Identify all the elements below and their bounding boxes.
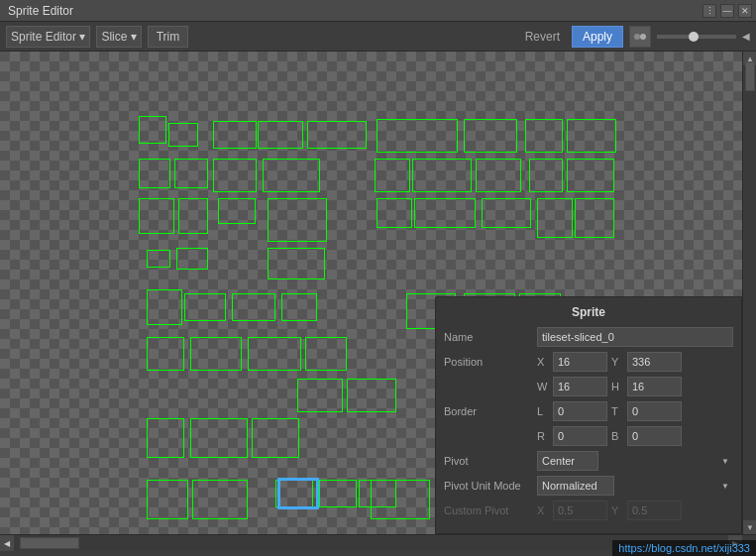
pivot-unit-mode-row: Pivot Unit Mode Normalized Pixels — [444, 476, 733, 496]
sprite-box — [476, 159, 521, 192]
sprite-box — [174, 159, 208, 188]
pivot-unit-mode-select[interactable]: Normalized Pixels — [537, 476, 614, 496]
sprite-box — [178, 198, 208, 234]
size-row: W H — [444, 377, 733, 396]
name-input[interactable] — [537, 327, 733, 347]
sprite-box — [464, 119, 517, 153]
t-label: T — [611, 405, 625, 417]
sprite-box — [377, 198, 412, 228]
zoom-slider[interactable] — [657, 35, 736, 39]
pivot-unit-mode-select-wrapper: Normalized Pixels — [537, 476, 733, 496]
sprite-box — [248, 337, 301, 371]
sprite-box — [279, 480, 317, 507]
border-t-input[interactable] — [627, 401, 682, 421]
h-label: H — [611, 381, 625, 392]
pos-h-input[interactable] — [627, 377, 682, 396]
title-bar-title: Sprite Editor — [8, 4, 73, 18]
sprite-box — [375, 159, 410, 192]
selected-sprite-box — [277, 478, 319, 509]
sprite-box — [414, 198, 476, 228]
sprite-box — [575, 198, 614, 238]
sprite-box — [281, 293, 317, 321]
l-label: L — [537, 405, 551, 417]
vertical-scrollbar[interactable]: ▲ ▼ — [742, 52, 756, 534]
border-l-input[interactable] — [553, 401, 607, 421]
scroll-thumb[interactable] — [745, 61, 755, 91]
sprite-box — [176, 248, 208, 270]
y-label: Y — [611, 356, 625, 368]
canvas-area[interactable]: Sprite Name Position X Y — [0, 52, 742, 534]
pos-w-input[interactable] — [553, 377, 607, 396]
custom-pivot-x-input[interactable] — [553, 500, 607, 520]
inspector-panel: Sprite Name Position X Y — [435, 296, 742, 534]
sprite-box — [525, 119, 563, 153]
pos-x-input[interactable] — [553, 352, 607, 372]
custom-pivot-row: Custom Pivot X Y — [444, 500, 733, 520]
sprite-box — [268, 248, 325, 279]
pivot-unit-mode-label: Pivot Unit Mode — [444, 480, 533, 492]
pivot-label: Pivot — [444, 455, 533, 467]
scroll-down-arrow[interactable]: ▼ — [743, 520, 756, 534]
close-btn[interactable]: ✕ — [738, 4, 752, 18]
sprite-box — [567, 119, 616, 153]
minimize-btn[interactable]: — — [720, 4, 734, 18]
pivot-select[interactable]: Center Top Left Top Custom — [537, 451, 598, 471]
pivot-row: Pivot Center Top Left Top Custom — [444, 451, 733, 471]
border-r-input[interactable] — [553, 426, 607, 446]
sprite-box — [139, 116, 166, 144]
sprite-box — [213, 159, 257, 192]
color-toggle-button[interactable] — [629, 26, 651, 48]
toolbar: Sprite Editor ▾ Slice ▾ Trim Revert Appl… — [0, 22, 756, 52]
sprite-box — [168, 123, 198, 147]
sprite-box — [147, 250, 170, 268]
sprite-box — [147, 337, 184, 371]
sprite-box — [263, 159, 320, 192]
sprite-box — [482, 198, 531, 228]
hscroll-left-arrow[interactable]: ◀ — [0, 535, 14, 551]
name-row: Name — [444, 327, 733, 347]
sprite-box — [252, 418, 299, 458]
url-bar: https://blog.csdn.net/xiji333 — [612, 540, 756, 556]
sprite-box — [359, 480, 396, 507]
custom-pivot-y-input[interactable] — [627, 500, 682, 520]
inspector-title: Sprite — [444, 305, 733, 319]
sprite-box — [192, 480, 248, 519]
position-row: Position X Y — [444, 352, 733, 372]
border-b-input[interactable] — [627, 426, 682, 446]
menu-icon[interactable]: ⋮ — [702, 4, 716, 18]
slice-dropdown[interactable]: Slice ▾ — [96, 26, 141, 48]
border-label: Border — [444, 405, 533, 417]
cy-label: Y — [611, 504, 625, 516]
sprite-box — [305, 337, 347, 371]
custom-pivot-label: Custom Pivot — [444, 504, 533, 516]
border-row-rb: R B — [444, 426, 733, 446]
pivot-select-wrapper: Center Top Left Top Custom — [537, 451, 733, 471]
sprite-box — [190, 418, 248, 458]
sprite-box — [347, 379, 396, 412]
trim-button[interactable]: Trim — [148, 26, 189, 48]
zoom-slider-container — [657, 35, 736, 39]
sprite-box — [147, 289, 182, 325]
sprite-box — [258, 121, 303, 149]
sprite-editor-dropdown[interactable]: Sprite Editor ▾ — [6, 26, 90, 48]
zoom-out-icon: ◀ — [742, 31, 750, 42]
sprite-box — [147, 480, 188, 519]
title-bar: Sprite Editor ⋮ — ✕ — [0, 0, 756, 22]
pos-y-input[interactable] — [627, 352, 682, 372]
revert-button[interactable]: Revert — [519, 28, 566, 46]
name-label: Name — [444, 331, 533, 343]
sprite-box — [268, 198, 327, 242]
sprite-box — [297, 379, 343, 412]
x-label: X — [537, 356, 551, 368]
border-row-lt: Border L T — [444, 401, 733, 421]
sprite-box — [147, 418, 184, 458]
r-label: R — [537, 430, 551, 442]
position-label: Position — [444, 356, 533, 368]
sprite-box — [184, 293, 226, 321]
w-label: W — [537, 381, 551, 392]
svg-point-0 — [634, 34, 640, 40]
apply-button[interactable]: Apply — [572, 26, 623, 48]
sprite-box — [319, 480, 357, 507]
sprite-box — [275, 480, 313, 507]
hscroll-thumb[interactable] — [20, 537, 79, 549]
